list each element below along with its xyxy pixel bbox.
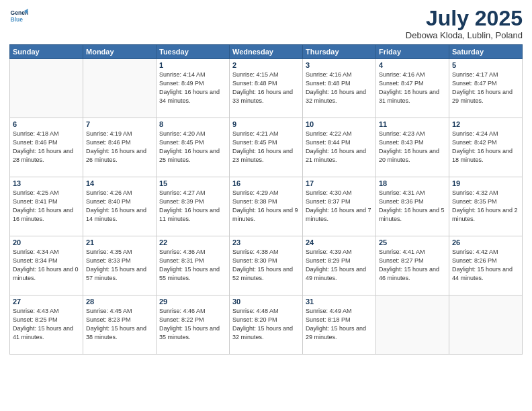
cell-text: Sunrise: 4:30 AM Sunset: 8:37 PM Dayligh… [306, 189, 373, 224]
cell-text: Sunrise: 4:29 AM Sunset: 8:38 PM Dayligh… [232, 189, 300, 224]
calendar-cell: 10Sunrise: 4:22 AM Sunset: 8:44 PM Dayli… [303, 118, 376, 177]
weekday-header-wednesday: Wednesday [230, 45, 303, 59]
week-row-3: 13Sunrise: 4:25 AM Sunset: 8:41 PM Dayli… [10, 177, 523, 236]
calendar-page: General Blue July 2025 Debowa Kloda, Lub… [0, 0, 532, 411]
week-row-5: 27Sunrise: 4:43 AM Sunset: 8:25 PM Dayli… [10, 295, 523, 355]
cell-text: Sunrise: 4:48 AM Sunset: 8:20 PM Dayligh… [232, 307, 300, 342]
calendar-cell: 19Sunrise: 4:32 AM Sunset: 8:35 PM Dayli… [449, 177, 523, 236]
title-block: July 2025 Debowa Kloda, Lublin, Poland [406, 7, 523, 40]
day-number: 2 [232, 61, 300, 69]
day-number: 8 [159, 120, 226, 128]
header: General Blue July 2025 Debowa Kloda, Lub… [9, 7, 523, 40]
calendar-cell: 1Sunrise: 4:14 AM Sunset: 8:49 PM Daylig… [157, 59, 230, 118]
calendar-cell: 13Sunrise: 4:25 AM Sunset: 8:41 PM Dayli… [10, 177, 83, 236]
logo: General Blue [9, 7, 28, 26]
day-number: 3 [306, 61, 373, 69]
calendar-cell: 6Sunrise: 4:18 AM Sunset: 8:46 PM Daylig… [10, 118, 83, 177]
day-number: 15 [159, 179, 226, 187]
day-number: 22 [159, 238, 226, 246]
weekday-header-row: SundayMondayTuesdayWednesdayThursdayFrid… [10, 45, 523, 59]
cell-text: Sunrise: 4:42 AM Sunset: 8:26 PM Dayligh… [452, 248, 519, 283]
day-number: 25 [379, 238, 446, 246]
calendar-cell [83, 59, 157, 118]
calendar-cell: 24Sunrise: 4:39 AM Sunset: 8:29 PM Dayli… [303, 236, 376, 295]
weekday-header-friday: Friday [376, 45, 449, 59]
calendar-cell [376, 295, 449, 355]
cell-text: Sunrise: 4:35 AM Sunset: 8:33 PM Dayligh… [86, 248, 153, 283]
cell-text: Sunrise: 4:39 AM Sunset: 8:29 PM Dayligh… [306, 248, 373, 283]
day-number: 10 [306, 120, 373, 128]
day-number: 20 [13, 238, 80, 246]
cell-text: Sunrise: 4:18 AM Sunset: 8:46 PM Dayligh… [13, 130, 80, 165]
calendar-cell: 29Sunrise: 4:46 AM Sunset: 8:22 PM Dayli… [157, 295, 230, 355]
logo-icon: General Blue [9, 7, 28, 26]
calendar-cell: 31Sunrise: 4:49 AM Sunset: 8:18 PM Dayli… [303, 295, 376, 355]
day-number: 12 [452, 120, 519, 128]
cell-text: Sunrise: 4:17 AM Sunset: 8:47 PM Dayligh… [452, 71, 519, 105]
calendar-cell: 25Sunrise: 4:41 AM Sunset: 8:27 PM Dayli… [376, 236, 449, 295]
day-number: 9 [232, 120, 300, 128]
cell-text: Sunrise: 4:45 AM Sunset: 8:23 PM Dayligh… [86, 307, 153, 342]
calendar-cell: 2Sunrise: 4:15 AM Sunset: 8:48 PM Daylig… [230, 59, 303, 118]
day-number: 4 [379, 61, 446, 69]
weekday-header-sunday: Sunday [10, 45, 83, 59]
day-number: 28 [86, 298, 153, 306]
cell-text: Sunrise: 4:32 AM Sunset: 8:35 PM Dayligh… [452, 189, 519, 224]
day-number: 19 [452, 179, 519, 187]
cell-text: Sunrise: 4:16 AM Sunset: 8:48 PM Dayligh… [306, 71, 373, 105]
calendar-cell: 5Sunrise: 4:17 AM Sunset: 8:47 PM Daylig… [449, 59, 523, 118]
cell-text: Sunrise: 4:27 AM Sunset: 8:39 PM Dayligh… [159, 189, 226, 224]
calendar-cell [449, 295, 523, 355]
calendar-cell: 8Sunrise: 4:20 AM Sunset: 8:45 PM Daylig… [157, 118, 230, 177]
day-number: 21 [86, 238, 153, 246]
day-number: 29 [159, 298, 226, 306]
cell-text: Sunrise: 4:14 AM Sunset: 8:49 PM Dayligh… [159, 71, 226, 105]
calendar-cell: 15Sunrise: 4:27 AM Sunset: 8:39 PM Dayli… [157, 177, 230, 236]
day-number: 14 [86, 179, 153, 187]
cell-text: Sunrise: 4:16 AM Sunset: 8:47 PM Dayligh… [379, 71, 446, 105]
day-number: 27 [13, 298, 80, 306]
cell-text: Sunrise: 4:21 AM Sunset: 8:45 PM Dayligh… [232, 130, 300, 165]
cell-text: Sunrise: 4:20 AM Sunset: 8:45 PM Dayligh… [159, 130, 226, 165]
cell-text: Sunrise: 4:31 AM Sunset: 8:36 PM Dayligh… [379, 189, 446, 224]
day-number: 24 [306, 238, 373, 246]
calendar-cell: 14Sunrise: 4:26 AM Sunset: 8:40 PM Dayli… [83, 177, 157, 236]
cell-text: Sunrise: 4:25 AM Sunset: 8:41 PM Dayligh… [13, 189, 80, 224]
cell-text: Sunrise: 4:34 AM Sunset: 8:34 PM Dayligh… [13, 248, 80, 283]
cell-text: Sunrise: 4:43 AM Sunset: 8:25 PM Dayligh… [13, 307, 80, 342]
day-number: 1 [159, 61, 226, 69]
weekday-header-saturday: Saturday [449, 45, 523, 59]
cell-text: Sunrise: 4:15 AM Sunset: 8:48 PM Dayligh… [232, 71, 300, 105]
cell-text: Sunrise: 4:36 AM Sunset: 8:31 PM Dayligh… [159, 248, 226, 283]
calendar-cell: 4Sunrise: 4:16 AM Sunset: 8:47 PM Daylig… [376, 59, 449, 118]
calendar-cell: 16Sunrise: 4:29 AM Sunset: 8:38 PM Dayli… [230, 177, 303, 236]
week-row-1: 1Sunrise: 4:14 AM Sunset: 8:49 PM Daylig… [10, 59, 523, 118]
cell-text: Sunrise: 4:23 AM Sunset: 8:43 PM Dayligh… [379, 130, 446, 165]
day-number: 17 [306, 179, 373, 187]
cell-text: Sunrise: 4:38 AM Sunset: 8:30 PM Dayligh… [232, 248, 300, 283]
calendar-cell: 18Sunrise: 4:31 AM Sunset: 8:36 PM Dayli… [376, 177, 449, 236]
cell-text: Sunrise: 4:49 AM Sunset: 8:18 PM Dayligh… [306, 307, 373, 342]
location: Debowa Kloda, Lublin, Poland [406, 30, 523, 40]
calendar-cell: 21Sunrise: 4:35 AM Sunset: 8:33 PM Dayli… [83, 236, 157, 295]
calendar-cell: 26Sunrise: 4:42 AM Sunset: 8:26 PM Dayli… [449, 236, 523, 295]
cell-text: Sunrise: 4:19 AM Sunset: 8:46 PM Dayligh… [86, 130, 153, 165]
day-number: 13 [13, 179, 80, 187]
calendar-cell: 9Sunrise: 4:21 AM Sunset: 8:45 PM Daylig… [230, 118, 303, 177]
calendar-cell: 20Sunrise: 4:34 AM Sunset: 8:34 PM Dayli… [10, 236, 83, 295]
day-number: 5 [452, 61, 519, 69]
cell-text: Sunrise: 4:26 AM Sunset: 8:40 PM Dayligh… [86, 189, 153, 224]
calendar-cell: 7Sunrise: 4:19 AM Sunset: 8:46 PM Daylig… [83, 118, 157, 177]
day-number: 16 [232, 179, 300, 187]
weekday-header-tuesday: Tuesday [157, 45, 230, 59]
calendar-cell: 23Sunrise: 4:38 AM Sunset: 8:30 PM Dayli… [230, 236, 303, 295]
day-number: 23 [232, 238, 300, 246]
calendar-cell: 30Sunrise: 4:48 AM Sunset: 8:20 PM Dayli… [230, 295, 303, 355]
month-title: July 2025 [406, 7, 523, 30]
day-number: 18 [379, 179, 446, 187]
calendar-cell: 3Sunrise: 4:16 AM Sunset: 8:48 PM Daylig… [303, 59, 376, 118]
calendar-cell: 11Sunrise: 4:23 AM Sunset: 8:43 PM Dayli… [376, 118, 449, 177]
weekday-header-monday: Monday [83, 45, 157, 59]
day-number: 26 [452, 238, 519, 246]
cell-text: Sunrise: 4:22 AM Sunset: 8:44 PM Dayligh… [306, 130, 373, 165]
